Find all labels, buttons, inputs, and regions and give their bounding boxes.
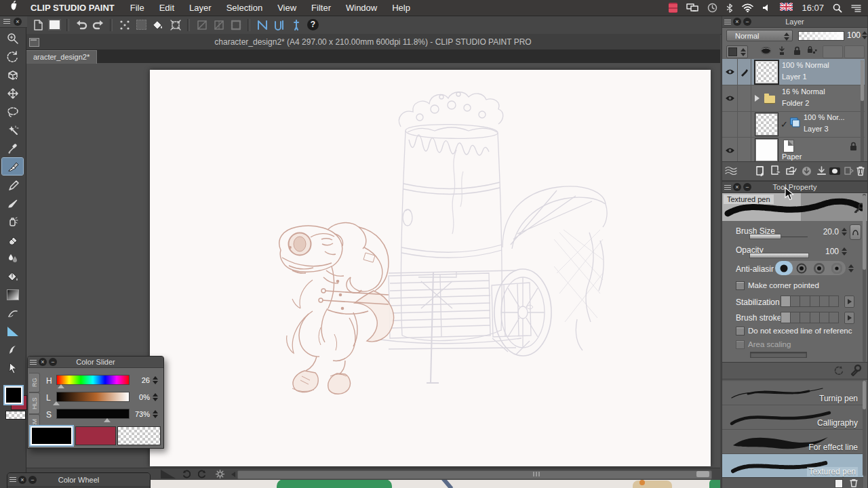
sub-tool-item[interactable]: Calligraphy bbox=[722, 405, 863, 430]
panel-menu-icon[interactable] bbox=[3, 19, 10, 24]
layer-row[interactable]: 16 % Normal Folder 2 bbox=[722, 85, 865, 112]
wifi-icon[interactable] bbox=[742, 3, 753, 12]
horizontal-scrollbar-thumb[interactable] bbox=[696, 471, 709, 477]
saturation-stepper[interactable] bbox=[153, 410, 158, 418]
transfer-down-icon[interactable] bbox=[800, 165, 813, 177]
document-title-bar[interactable]: character_design2* (A4 297.00 x 210.00mm… bbox=[26, 34, 720, 50]
hue-value[interactable]: 26 bbox=[128, 376, 150, 384]
tool-zoom[interactable] bbox=[2, 30, 23, 47]
main-color-swatch[interactable] bbox=[5, 386, 22, 404]
flip-canvas-icon[interactable] bbox=[211, 17, 226, 33]
minimize-icon[interactable]: − bbox=[49, 358, 57, 366]
delete-layer-trash-icon[interactable] bbox=[854, 165, 867, 177]
sub-tool-item-selected[interactable]: Textured pen bbox=[722, 453, 863, 479]
tool-figure[interactable] bbox=[2, 304, 23, 321]
reference-checkbox[interactable] bbox=[736, 327, 745, 336]
delete-sub-tool-trash-icon[interactable] bbox=[850, 479, 858, 487]
apply-mask-icon[interactable] bbox=[842, 165, 855, 177]
saturation-value[interactable]: 73% bbox=[128, 410, 150, 418]
wrench-settings-icon[interactable] bbox=[850, 364, 862, 377]
notification-center-icon[interactable] bbox=[851, 4, 861, 12]
hue-stepper[interactable] bbox=[153, 376, 158, 384]
layer-name[interactable]: Folder 2 bbox=[782, 99, 809, 107]
layer-thumbnail[interactable] bbox=[755, 60, 778, 84]
new-layer-icon[interactable] bbox=[753, 165, 767, 177]
menu-layer[interactable]: Layer bbox=[182, 0, 219, 16]
statusbar-grip[interactable] bbox=[533, 472, 541, 476]
layer-mask-icon[interactable] bbox=[828, 165, 842, 177]
tool-brush[interactable] bbox=[2, 195, 23, 211]
menu-selection[interactable]: Selection bbox=[219, 0, 270, 16]
layer-color-dropdown[interactable] bbox=[726, 45, 748, 58]
volume-icon[interactable] bbox=[762, 3, 771, 12]
tool-auto-select-wand[interactable] bbox=[2, 121, 23, 138]
sub-tool-item[interactable]: Turnip pen bbox=[722, 380, 863, 405]
menu-file[interactable]: File bbox=[123, 0, 152, 16]
layer-name[interactable]: Layer 3 bbox=[804, 125, 829, 133]
brush-stroke-segments[interactable] bbox=[781, 312, 839, 323]
panel-menu-icon[interactable] bbox=[30, 360, 37, 365]
anti-aliasing-strong[interactable] bbox=[828, 261, 846, 275]
hue-slider-marker[interactable] bbox=[58, 384, 64, 388]
tool-operation[interactable] bbox=[2, 66, 23, 83]
float-window-icon[interactable] bbox=[29, 38, 39, 47]
close-icon[interactable]: × bbox=[14, 18, 22, 26]
anti-aliasing-none[interactable] bbox=[775, 261, 793, 275]
menu-app-name[interactable]: CLIP STUDIO PAINT bbox=[22, 3, 123, 13]
rotate-canvas-icon[interactable] bbox=[194, 17, 210, 33]
tool-airbrush[interactable] bbox=[2, 213, 23, 230]
scale-transform-icon[interactable] bbox=[167, 17, 183, 33]
visibility-eye-icon[interactable] bbox=[722, 85, 738, 111]
layer-opacity-slider[interactable] bbox=[798, 31, 844, 41]
lightness-stepper[interactable] bbox=[153, 393, 158, 401]
close-icon[interactable]: × bbox=[733, 183, 741, 191]
document-tab[interactable]: aracter_design2* bbox=[26, 50, 97, 64]
redo-icon[interactable] bbox=[90, 17, 106, 33]
help-button[interactable]: ? bbox=[305, 17, 321, 33]
tab-rgb[interactable]: RG bbox=[29, 373, 40, 392]
merge-down-icon[interactable] bbox=[814, 165, 828, 177]
opacity-value[interactable]: 100 bbox=[816, 247, 839, 256]
menu-view[interactable]: View bbox=[270, 0, 304, 16]
panel-menu-icon[interactable] bbox=[9, 477, 16, 482]
reset-tool-icon[interactable] bbox=[833, 365, 844, 376]
minimize-icon[interactable]: − bbox=[743, 183, 751, 191]
tool-pen[interactable] bbox=[2, 158, 23, 175]
lightness-slider[interactable] bbox=[56, 392, 130, 402]
clip-to-layer-icon[interactable] bbox=[775, 45, 789, 56]
saturation-slider[interactable] bbox=[56, 409, 130, 419]
brush-size-slider[interactable] bbox=[749, 234, 808, 239]
opacity-slider[interactable] bbox=[749, 253, 808, 258]
layer-list-scrollbar[interactable] bbox=[861, 60, 864, 162]
sub-tool-item[interactable]: For effect line bbox=[722, 429, 863, 454]
layer-name[interactable]: Layer 1 bbox=[782, 73, 807, 81]
minimize-icon[interactable]: − bbox=[28, 476, 37, 484]
layer-opacity-stepper[interactable] bbox=[862, 31, 867, 39]
close-icon[interactable]: × bbox=[18, 476, 26, 484]
tool-correct-line[interactable] bbox=[2, 341, 23, 358]
brush-stroke-expand-button[interactable] bbox=[844, 312, 854, 324]
panel-tone-icon[interactable] bbox=[725, 165, 738, 177]
tool-property-scrollbar[interactable] bbox=[863, 194, 866, 362]
layer-name[interactable]: Paper bbox=[782, 152, 802, 161]
tool-object-select[interactable] bbox=[2, 359, 23, 376]
lightness-value[interactable]: 0% bbox=[128, 393, 150, 401]
tool-gradient[interactable] bbox=[2, 286, 23, 303]
layer-thumbnail[interactable] bbox=[755, 138, 778, 162]
tool-preview[interactable]: Textured pen bbox=[722, 193, 867, 221]
time-machine-icon[interactable] bbox=[707, 3, 717, 13]
reference-layer-dropdown[interactable] bbox=[823, 45, 843, 58]
reset-rotation-icon[interactable] bbox=[213, 469, 226, 479]
deselect-icon[interactable] bbox=[117, 17, 132, 33]
visibility-eye-icon[interactable] bbox=[722, 59, 738, 85]
folder-expand-icon[interactable] bbox=[755, 95, 760, 102]
zoom-slope-icon[interactable] bbox=[161, 469, 175, 479]
tool-fill-bucket[interactable] bbox=[2, 268, 23, 285]
crop-selection-icon[interactable] bbox=[134, 17, 149, 33]
lock-transparent-pixels-icon[interactable] bbox=[805, 45, 818, 56]
tool-eraser[interactable] bbox=[2, 231, 23, 248]
layer-row[interactable]: ✓ 100 % Nor... Layer 3 bbox=[722, 111, 865, 138]
brush-size-value[interactable]: 20.0 bbox=[816, 227, 839, 237]
anti-aliasing-stepper[interactable] bbox=[848, 264, 854, 272]
stabilization-expand-button[interactable] bbox=[844, 296, 854, 308]
